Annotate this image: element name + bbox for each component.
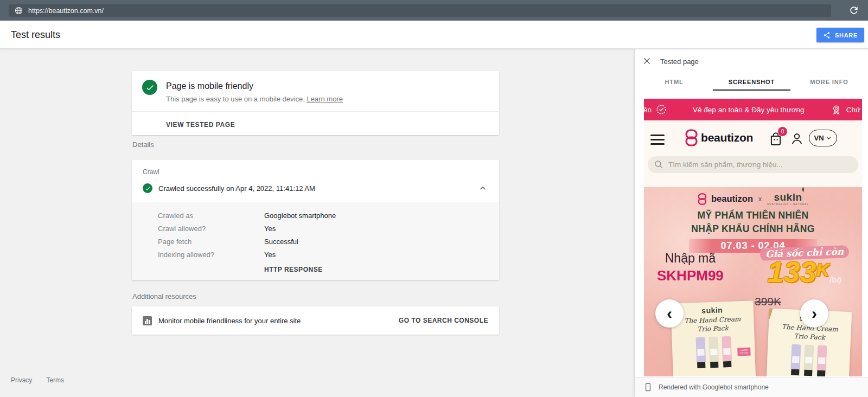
go-to-search-console-link[interactable]: GO TO SEARCH CONSOLE [399, 317, 488, 324]
check-circle-icon [142, 80, 157, 95]
promo-code-label: Nhập mã [657, 251, 724, 266]
cart-badge: 0 [778, 127, 787, 136]
price-block: Giá sốc chỉ còn 133 K /bộ 399K [749, 247, 860, 286]
view-tested-page-button[interactable]: VIEW TESTED PAGE [132, 112, 499, 138]
seal-check-icon [655, 104, 667, 116]
beautizon-mark-icon [697, 193, 707, 206]
carousel-next-icon: › [800, 299, 828, 328]
browser-bar: https://beautizon.com.vn/ [0, 0, 868, 21]
terms-link[interactable]: Terms [46, 376, 64, 384]
medal-icon [830, 104, 843, 116]
detail-label: Crawl allowed? [158, 225, 264, 233]
refresh-button[interactable] [848, 5, 859, 16]
site-logo-text: beautizon [701, 131, 753, 144]
crawl-group-label: Crawl [132, 160, 499, 176]
tab-more-info[interactable]: MORE INFO [790, 73, 868, 91]
refresh-icon [848, 5, 859, 16]
banner-brand-left: beautizon [711, 194, 753, 204]
detail-label: Indexing allowed? [158, 251, 264, 259]
learn-more-link[interactable]: Learn more [307, 95, 342, 103]
details-section-label: Details [132, 140, 154, 149]
promo-code-value: SKHPM99 [657, 267, 724, 284]
detail-value: Successful [264, 238, 298, 246]
search-icon [654, 159, 664, 170]
page-title: Test results [11, 29, 60, 41]
site-header: beautizon 0 VN [644, 120, 862, 157]
promo-code-block: Nhập mã SKHPM99 [657, 251, 724, 284]
result-description: This page is easy to use on a mobile dev… [166, 95, 343, 103]
banner-title-line2: NHẬP KHẨU CHÍNH HÃNG [644, 223, 862, 235]
url-field[interactable]: https://beautizon.com.vn/ [9, 4, 831, 17]
share-button[interactable]: SHARE [816, 28, 864, 42]
url-text: https://beautizon.com.vn/ [28, 7, 104, 15]
close-button[interactable] [642, 56, 653, 67]
crawl-status-text: Crawled successfully on Apr 4, 2022, 11:… [158, 184, 471, 193]
rendered-bar: Rendered with Googlebot smartphone [635, 377, 868, 397]
site-search-bar: Tìm kiếm sản phẩm, thương hiệu... [648, 156, 858, 173]
crawl-status-row[interactable]: Crawled successfully on Apr 4, 2022, 11:… [132, 176, 499, 201]
footer-links: Privacy Terms [11, 376, 64, 384]
crawl-details-panel: Crawled as Googlebot smartphone Crawl al… [132, 202, 499, 280]
collab-x: x [758, 195, 762, 203]
chevron-down-icon [825, 135, 832, 142]
leaf-icon [801, 187, 805, 193]
globe-icon [14, 6, 23, 15]
check-circle-icon [143, 183, 152, 193]
promo-cut-text-left: ền [644, 106, 652, 114]
tested-page-panel: Tested page HTML SCREENSHOT MORE INFO ền… [635, 49, 868, 397]
phone-screenshot: ền Vẻ đẹp an toàn & Đầy yêu thương Chứ b… [644, 99, 862, 376]
result-title: Page is mobile friendly [166, 81, 343, 91]
additional-text: Monitor mobile friendliness for your ent… [158, 317, 392, 325]
site-promo-bar: ền Vẻ đẹp an toàn & Đầy yêu thương Chứ [644, 99, 862, 120]
panel-title: Tested page [660, 57, 699, 66]
cart-bag-icon: 0 [768, 131, 784, 147]
banner-logos: beautizon x sukin AUSTRALIAN • NATURAL [644, 187, 862, 206]
language-selector: VN [809, 130, 837, 146]
price-label: Giá sốc chỉ còn [760, 245, 850, 261]
privacy-link[interactable]: Privacy [11, 376, 32, 384]
panel-tabs: HTML SCREENSHOT MORE INFO [635, 73, 868, 91]
smartphone-icon [643, 381, 653, 393]
carousel-prev-icon: ‹ [655, 299, 684, 328]
price-value: 133 [767, 257, 816, 286]
beautizon-mark-icon [684, 129, 698, 146]
price-per: /bộ [829, 275, 842, 284]
detail-value: Yes [264, 225, 276, 233]
site-logo: beautizon [684, 129, 753, 146]
details-card: Crawl Crawled successfully on Apr 4, 202… [132, 160, 499, 280]
share-label: SHARE [835, 32, 858, 39]
old-price: 399K [755, 295, 781, 308]
promo-banner: beautizon x sukin AUSTRALIAN • NATURAL M… [644, 187, 862, 376]
detail-row: Crawled as Googlebot smartphone [158, 209, 499, 222]
detail-value: Googlebot smartphone [264, 212, 336, 220]
detail-row: Page fetch Successful [158, 235, 499, 248]
detail-value: Yes [264, 251, 276, 259]
price-unit: K [816, 260, 830, 279]
language-label: VN [814, 134, 824, 142]
detail-label: Page fetch [158, 238, 264, 246]
account-icon [789, 131, 805, 146]
limited-edition-tag: LIMITED EDITION [737, 348, 751, 356]
detail-row: Indexing allowed? Yes [158, 248, 499, 261]
result-card: Page is mobile friendly This page is eas… [132, 71, 499, 135]
rendered-text: Rendered with Googlebot smartphone [659, 383, 769, 391]
close-icon [642, 56, 652, 66]
detail-label: Crawled as [158, 212, 264, 220]
http-response-link[interactable]: HTTP RESPONSE [264, 266, 499, 273]
banner-brand-right-sub: AUSTRALIAN • NATURAL [767, 203, 809, 206]
hamburger-menu-icon [650, 135, 665, 148]
additional-card: Monitor mobile friendliness for your ent… [132, 306, 499, 335]
chevron-up-icon[interactable] [477, 183, 488, 194]
additional-section-label: Additional resources [132, 292, 196, 300]
app-header: Test results SHARE [0, 21, 868, 49]
promo-cut-text-right: Chứ [846, 106, 860, 114]
tab-html[interactable]: HTML [635, 73, 713, 91]
banner-brand-right: sukin AUSTRALIAN • NATURAL [767, 192, 809, 206]
product-tubes [767, 343, 851, 372]
search-placeholder: Tìm kiếm sản phẩm, thương hiệu... [668, 161, 783, 169]
bar-chart-icon [143, 316, 152, 325]
promo-bar-text: Vẻ đẹp an toàn & Đầy yêu thương [671, 106, 826, 114]
banner-title-line1: MỸ PHẨM THIÊN NHIÊN [644, 210, 862, 221]
share-icon [823, 31, 831, 39]
tab-screenshot[interactable]: SCREENSHOT [713, 73, 790, 91]
